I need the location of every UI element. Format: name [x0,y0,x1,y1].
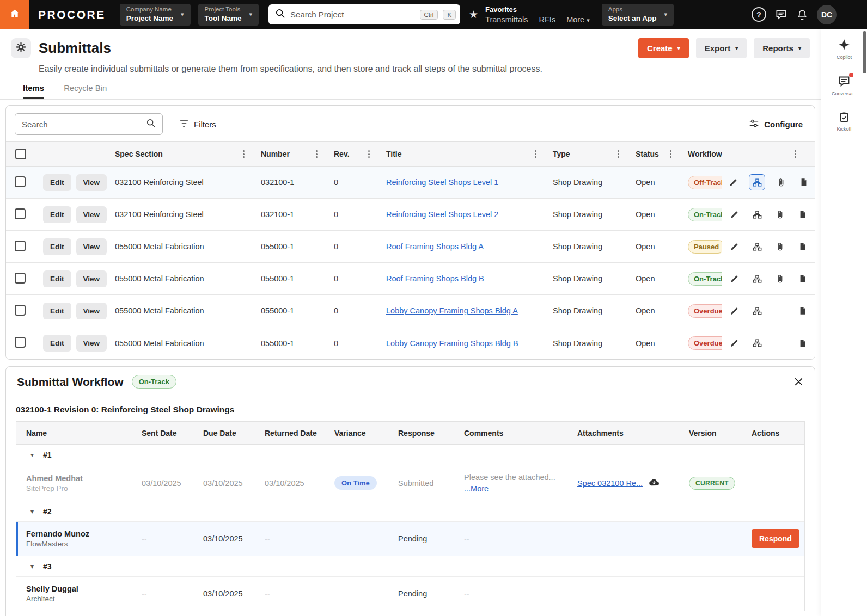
user-avatar[interactable]: DC [817,5,837,24]
rail-item-copilot[interactable]: Copilot [821,29,867,65]
document-icon[interactable] [796,304,810,318]
chat-icon[interactable] [775,8,787,21]
download-cloud-icon[interactable] [649,478,660,489]
submittal-title-link[interactable]: Reinforcing Steel Shops Level 1 [386,178,498,187]
workflow-status-badge: On-Track [688,208,722,221]
chevron-down-icon[interactable]: ▾ [30,508,34,515]
document-icon[interactable] [796,239,810,254]
edit-button[interactable]: Edit [43,270,71,287]
document-icon[interactable] [796,336,810,350]
column-menu-icon[interactable] [366,148,372,160]
document-icon[interactable] [796,272,810,286]
page-title: Submittals [39,40,111,57]
row-checkbox[interactable] [15,208,26,219]
edit-pencil-icon[interactable] [727,207,741,221]
select-all-checkbox[interactable] [15,149,26,159]
reports-button[interactable]: Reports▾ [754,38,810,58]
rail-item-conversations[interactable]: Conversa... [821,65,867,102]
favorite-transmittals-link[interactable]: Transmittals [485,15,528,24]
favorites-more-menu[interactable]: More ▾ [566,15,590,24]
view-button[interactable]: View [76,270,107,287]
submittal-title-link[interactable]: Roof Framing Shops Bldg B [386,274,484,283]
workflow-icon[interactable] [750,272,764,286]
row-checkbox[interactable] [15,273,26,284]
document-icon[interactable] [796,207,810,221]
column-menu-icon[interactable] [615,148,621,160]
favorite-rfis-link[interactable]: RFIs [539,15,556,24]
tool-settings-button[interactable] [11,38,31,58]
export-button[interactable]: Export▾ [696,38,747,58]
column-menu-icon[interactable] [314,148,320,160]
edit-button[interactable]: Edit [43,335,71,352]
attachment-icon[interactable] [773,239,787,254]
row-checkbox[interactable] [15,305,26,316]
create-button[interactable]: Create▾ [638,38,689,58]
edit-pencil-icon[interactable] [727,336,741,350]
column-menu-icon[interactable] [241,148,247,160]
scrollbar-thumb[interactable] [863,31,866,73]
submittal-title-link[interactable]: Reinforcing Steel Shops Level 2 [386,210,498,219]
view-button[interactable]: View [76,206,107,223]
row-checkbox[interactable] [15,241,26,251]
view-button[interactable]: View [76,335,107,352]
row-checkbox[interactable] [15,337,26,348]
comments-more-link[interactable]: ...More [464,484,489,493]
tab-items[interactable]: Items [23,83,44,99]
document-icon[interactable] [797,175,811,189]
attachment-icon[interactable] [773,207,787,221]
home-button[interactable] [0,0,29,29]
submittal-title-link[interactable]: Roof Framing Shops Bldg A [386,242,484,251]
edit-pencil-icon[interactable] [727,272,741,286]
submittal-title-link[interactable]: Lobby Canopy Framing Shops Bldg A [386,306,518,315]
workflow-icon[interactable] [750,207,764,221]
respond-button[interactable]: Respond [752,529,799,548]
edit-button[interactable]: Edit [43,206,71,223]
workflow-icon[interactable] [750,304,764,318]
navbar-icon-cluster: ? DC [752,5,837,24]
star-icon[interactable]: ★ [469,8,478,21]
filters-button[interactable]: Filters [179,119,216,130]
configure-button[interactable]: Configure [749,118,803,130]
tab-recycle-bin[interactable]: Recycle Bin [64,83,107,99]
comments-text: -- [456,527,570,551]
attachment-icon[interactable] [774,175,788,189]
submittal-title-link[interactable]: Lobby Canopy Framing Shops Bldg B [386,339,518,348]
right-rail: Copilot Conversa... Kickoff [821,29,867,616]
help-icon[interactable]: ? [752,7,766,22]
attachment-icon[interactable] [773,272,787,286]
workflow-icon[interactable] [750,239,764,254]
view-button[interactable]: View [76,303,107,319]
workflow-icon[interactable] [749,174,765,190]
submittal-row: Edit View 032100 Reinforcing Steel 03210… [6,199,815,231]
view-button[interactable]: View [76,174,107,191]
spec-section-cell: 055000 Metal Fabrication [106,306,252,315]
close-icon[interactable] [793,377,804,387]
edit-pencil-icon[interactable] [727,239,741,254]
edit-button[interactable]: Edit [43,238,71,255]
edit-button[interactable]: Edit [43,303,71,319]
apps-dropdown[interactable]: Apps Select an App ▾ [602,4,674,26]
view-button[interactable]: View [76,238,107,255]
column-menu-icon[interactable] [792,148,798,160]
column-menu-icon[interactable] [668,148,674,160]
rev-cell: 0 [325,242,377,251]
row-checkbox[interactable] [15,176,26,187]
column-menu-icon[interactable] [533,148,539,160]
returned-date-cell: -- [257,527,327,551]
attachment-link[interactable]: Spec 032100 Re... [577,479,643,488]
project-tools-dropdown[interactable]: Project Tools Tool Name ▾ [198,4,259,26]
rail-item-kickoff[interactable]: Kickoff [821,102,867,137]
due-date-cell: 03/10/2025 [196,527,257,551]
chevron-down-icon[interactable]: ▾ [30,563,34,570]
workflow-icon[interactable] [750,336,764,350]
number-cell: 032100-1 [252,178,325,187]
table-search-input[interactable] [22,120,146,129]
chevron-down-icon: ▾ [798,45,801,51]
bell-icon[interactable] [796,9,808,21]
chevron-down-icon[interactable]: ▾ [30,451,34,459]
company-project-dropdown[interactable]: Company Name Project Name ▾ [120,4,191,26]
edit-button[interactable]: Edit [43,174,71,191]
edit-pencil-icon[interactable] [727,304,741,318]
edit-pencil-icon[interactable] [726,175,740,189]
project-search-input[interactable] [290,10,414,19]
